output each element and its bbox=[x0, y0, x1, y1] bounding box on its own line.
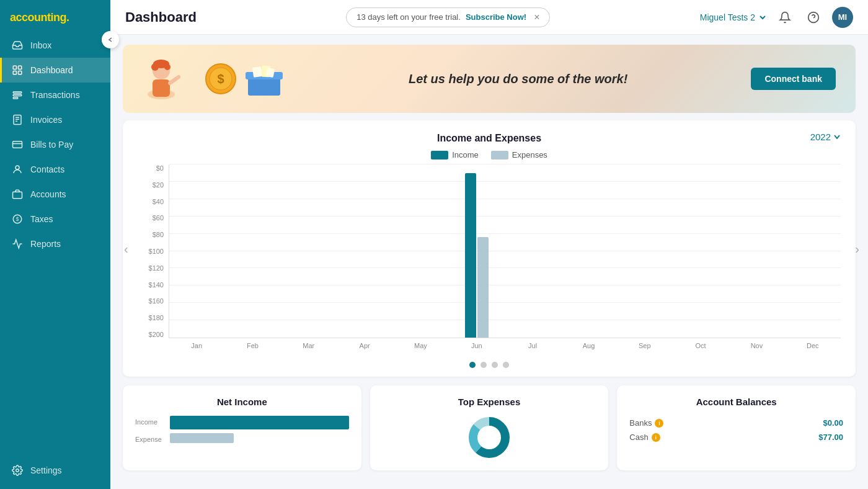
svg-point-24 bbox=[151, 63, 159, 71]
sidebar-item-label: Bills to Pay bbox=[30, 140, 73, 150]
svg-point-25 bbox=[164, 64, 170, 70]
help-button[interactable] bbox=[804, 7, 823, 27]
account-row-banks: Banks i $0.00 bbox=[629, 416, 843, 430]
notifications-button[interactable] bbox=[775, 7, 795, 27]
bar-group-oct bbox=[673, 164, 728, 338]
chart-plot bbox=[169, 164, 841, 338]
ni-expense-label: Expense bbox=[135, 436, 162, 443]
subscribe-link[interactable]: Subscribe Now! bbox=[466, 12, 526, 22]
chevron-down-icon bbox=[833, 133, 841, 141]
y-label: $20 bbox=[138, 181, 167, 189]
person-illustration bbox=[143, 57, 198, 101]
page-title: Dashboard bbox=[125, 9, 197, 25]
legend-expenses: Expenses bbox=[491, 150, 547, 159]
x-label-feb: Feb bbox=[224, 338, 280, 357]
sidebar-item-bills[interactable]: Bills to Pay bbox=[0, 132, 110, 157]
sidebar-item-label: Inbox bbox=[30, 40, 51, 50]
transactions-icon bbox=[12, 89, 23, 101]
y-label: $0 bbox=[138, 164, 167, 172]
sidebar-item-label: Accounts bbox=[30, 189, 66, 199]
cash-label: Cash bbox=[629, 433, 648, 442]
bar-group-may bbox=[393, 164, 449, 338]
banks-info-icon[interactable]: i bbox=[655, 419, 663, 428]
y-label: $140 bbox=[138, 281, 167, 289]
chart-dot-3[interactable] bbox=[492, 362, 498, 368]
chart-legend: Income Expenses bbox=[138, 150, 841, 159]
connect-bank-button[interactable]: Connect bank bbox=[751, 68, 836, 90]
top-expenses-title: Top Expenses bbox=[383, 397, 596, 407]
header-right: Miguel Tests 2 MI bbox=[700, 7, 853, 28]
chart-x-labels: Jan Feb Mar Apr May Jun Jul Aug Sep Oct … bbox=[169, 338, 841, 357]
sidebar-item-reports[interactable]: Reports bbox=[0, 231, 110, 256]
x-label-jul: Jul bbox=[505, 338, 560, 357]
chevron-down-icon bbox=[759, 14, 766, 21]
expenses-color bbox=[491, 151, 508, 159]
chart-dot-4[interactable] bbox=[503, 362, 509, 368]
chart-next-button[interactable]: › bbox=[851, 238, 863, 259]
y-label: $120 bbox=[138, 264, 167, 272]
donut-chart bbox=[467, 416, 511, 459]
ni-income-label: Income bbox=[135, 418, 157, 426]
sidebar-item-settings[interactable]: Settings bbox=[0, 458, 110, 483]
sidebar-item-inbox[interactable]: Inbox bbox=[0, 33, 110, 58]
sidebar-item-label: Dashboard bbox=[30, 65, 73, 75]
sidebar-item-contacts[interactable]: Contacts bbox=[0, 157, 110, 182]
svg-text:$: $ bbox=[16, 217, 19, 222]
account-name-banks: Banks i bbox=[629, 418, 663, 428]
chart-dot-2[interactable] bbox=[480, 362, 487, 368]
svg-rect-5 bbox=[13, 94, 22, 96]
box-illustration bbox=[243, 61, 285, 97]
svg-line-26 bbox=[170, 77, 179, 83]
bills-icon bbox=[12, 139, 23, 150]
bar-group-apr bbox=[337, 164, 393, 338]
x-label-apr: Apr bbox=[337, 338, 392, 357]
hero-banner: $ Let us help you do some of the work! C… bbox=[123, 45, 856, 113]
reports-icon bbox=[12, 238, 23, 249]
svg-rect-14 bbox=[13, 192, 22, 199]
account-balances-title: Account Balances bbox=[629, 397, 843, 407]
svg-rect-2 bbox=[13, 71, 16, 74]
sidebar-item-invoices[interactable]: Invoices bbox=[0, 107, 110, 132]
coin-illustration: $ bbox=[205, 63, 237, 95]
net-income-title: Net Income bbox=[135, 397, 349, 407]
x-label-dec: Dec bbox=[785, 338, 841, 357]
top-expenses-card: Top Expenses bbox=[370, 385, 609, 470]
svg-rect-0 bbox=[13, 66, 16, 69]
bell-icon bbox=[779, 11, 791, 24]
y-label: $40 bbox=[138, 198, 167, 205]
sidebar-item-taxes[interactable]: $ Taxes bbox=[0, 207, 110, 231]
sidebar: accounting. Inbox Dashboard Transactions… bbox=[0, 0, 110, 489]
legend-expenses-label: Expenses bbox=[512, 150, 547, 159]
avatar[interactable]: MI bbox=[832, 7, 853, 28]
svg-rect-4 bbox=[13, 92, 22, 93]
inbox-icon bbox=[12, 40, 23, 51]
sidebar-item-transactions[interactable]: Transactions bbox=[0, 83, 110, 107]
svg-text:$: $ bbox=[217, 72, 224, 86]
chart-year-selector[interactable]: 2022 bbox=[810, 132, 841, 142]
cash-info-icon[interactable]: i bbox=[652, 433, 660, 442]
sidebar-item-dashboard[interactable]: Dashboard bbox=[0, 58, 110, 83]
taxes-icon: $ bbox=[12, 213, 23, 225]
banks-label: Banks bbox=[629, 418, 652, 428]
svg-rect-11 bbox=[13, 141, 22, 148]
settings-icon bbox=[12, 465, 23, 476]
y-label: $160 bbox=[138, 297, 167, 305]
income-bar-jun bbox=[465, 173, 476, 338]
sidebar-toggle[interactable] bbox=[102, 31, 119, 48]
close-banner-button[interactable]: × bbox=[534, 12, 539, 23]
banks-value: $0.00 bbox=[823, 418, 843, 428]
sidebar-item-accounts[interactable]: Accounts bbox=[0, 182, 110, 207]
sidebar-bottom: Settings bbox=[0, 458, 110, 489]
svg-point-17 bbox=[16, 469, 19, 472]
chart-year-value: 2022 bbox=[810, 132, 831, 142]
bar-group-aug bbox=[561, 164, 617, 338]
bar-group-sep bbox=[617, 164, 673, 338]
sidebar-item-label: Reports bbox=[30, 239, 61, 249]
account-name-cash: Cash i bbox=[629, 433, 660, 442]
chart-dot-1[interactable] bbox=[469, 362, 476, 368]
income-color bbox=[431, 151, 448, 159]
contacts-icon bbox=[12, 164, 23, 175]
chart-prev-button[interactable]: ‹ bbox=[120, 238, 132, 259]
sidebar-item-label: Taxes bbox=[30, 214, 53, 224]
user-menu[interactable]: Miguel Tests 2 bbox=[700, 12, 766, 22]
